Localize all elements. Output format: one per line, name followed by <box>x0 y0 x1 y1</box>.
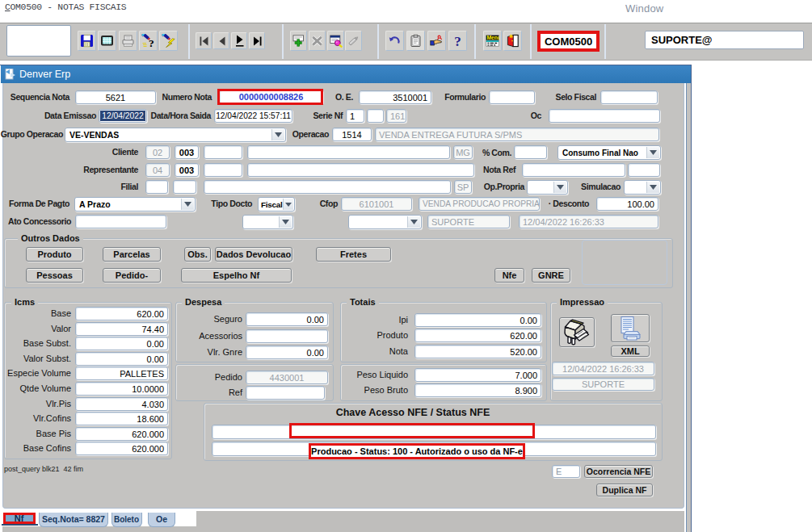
svg-text:?: ? <box>454 34 461 48</box>
svg-text:?: ? <box>149 37 154 48</box>
svg-text:Menu: Menu <box>486 35 499 40</box>
